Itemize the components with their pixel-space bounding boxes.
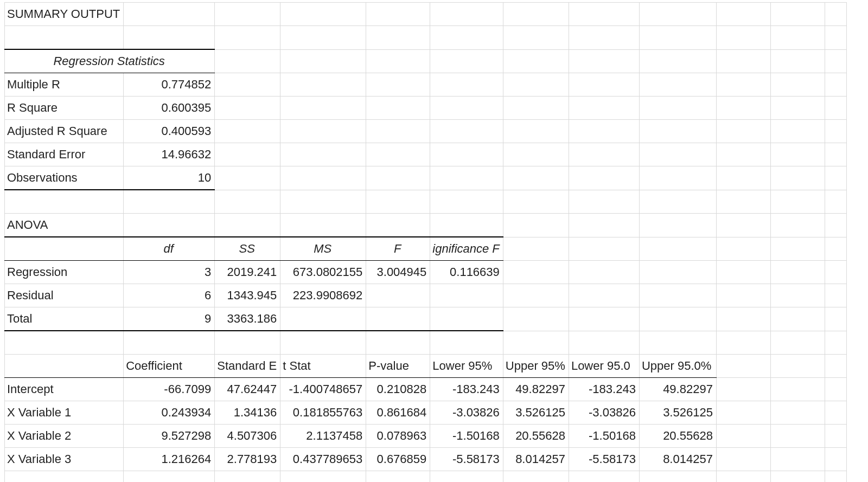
coeff-coef[interactable]: 1.216264 bbox=[124, 448, 215, 471]
cell[interactable] bbox=[825, 3, 846, 26]
coeff-u950[interactable]: 49.82297 bbox=[639, 378, 716, 401]
cell[interactable] bbox=[716, 284, 770, 307]
cell[interactable] bbox=[5, 237, 124, 261]
coeff-l95[interactable]: -1.50168 bbox=[430, 425, 503, 448]
cell[interactable] bbox=[215, 331, 280, 355]
coeff-row-label[interactable]: X Variable 1 bbox=[5, 401, 124, 425]
coeff-se[interactable]: 1.34136 bbox=[215, 401, 280, 425]
cell[interactable] bbox=[716, 261, 770, 284]
cell[interactable] bbox=[503, 214, 569, 237]
cell[interactable] bbox=[503, 284, 569, 307]
cell[interactable] bbox=[825, 401, 846, 425]
cell[interactable] bbox=[770, 355, 825, 378]
anova-header-ss[interactable]: SS bbox=[215, 237, 280, 261]
cell[interactable] bbox=[569, 331, 639, 355]
cell[interactable] bbox=[569, 97, 639, 120]
cell[interactable] bbox=[825, 26, 846, 50]
coeff-coef[interactable]: 0.243934 bbox=[124, 401, 215, 425]
anova-header-df[interactable]: df bbox=[124, 237, 215, 261]
cell[interactable] bbox=[124, 331, 215, 355]
cell[interactable] bbox=[503, 471, 569, 483]
stat-label[interactable]: R Square bbox=[5, 97, 124, 120]
coeff-header[interactable]: Coefficient bbox=[124, 355, 215, 378]
cell[interactable] bbox=[716, 26, 770, 50]
cell[interactable] bbox=[280, 166, 366, 190]
cell[interactable] bbox=[716, 237, 770, 261]
anova-ss[interactable]: 1343.945 bbox=[215, 284, 280, 307]
cell[interactable] bbox=[366, 73, 430, 97]
cell[interactable] bbox=[5, 471, 124, 483]
cell[interactable] bbox=[124, 3, 215, 26]
cell[interactable] bbox=[639, 3, 716, 26]
cell[interactable] bbox=[639, 261, 716, 284]
cell[interactable] bbox=[716, 49, 770, 73]
cell[interactable] bbox=[503, 166, 569, 190]
cell[interactable] bbox=[825, 355, 846, 378]
coeff-se[interactable]: 2.778193 bbox=[215, 448, 280, 471]
cell[interactable] bbox=[503, 307, 569, 331]
cell[interactable] bbox=[280, 143, 366, 166]
cell[interactable] bbox=[716, 97, 770, 120]
cell[interactable] bbox=[366, 331, 430, 355]
coeff-u95[interactable]: 49.82297 bbox=[503, 378, 569, 401]
coeff-row-label[interactable]: X Variable 3 bbox=[5, 448, 124, 471]
cell[interactable] bbox=[716, 378, 770, 401]
coeff-p[interactable]: 0.210828 bbox=[366, 378, 430, 401]
coeff-l950[interactable]: -5.58173 bbox=[569, 448, 639, 471]
cell[interactable] bbox=[825, 261, 846, 284]
coeff-header[interactable]: Standard E bbox=[215, 355, 280, 378]
cell[interactable] bbox=[366, 3, 430, 26]
cell[interactable] bbox=[569, 3, 639, 26]
cell[interactable] bbox=[716, 307, 770, 331]
coeff-coef[interactable]: 9.527298 bbox=[124, 425, 215, 448]
stat-label[interactable]: Adjusted R Square bbox=[5, 120, 124, 143]
cell[interactable] bbox=[770, 401, 825, 425]
anova-row-label[interactable]: Regression bbox=[5, 261, 124, 284]
cell[interactable] bbox=[716, 143, 770, 166]
cell[interactable] bbox=[503, 331, 569, 355]
cell[interactable] bbox=[569, 143, 639, 166]
cell[interactable] bbox=[569, 26, 639, 50]
cell[interactable] bbox=[770, 190, 825, 214]
regression-statistics-header[interactable]: Regression Statistics bbox=[5, 49, 215, 73]
coeff-l95[interactable]: -3.03826 bbox=[430, 401, 503, 425]
cell[interactable] bbox=[569, 214, 639, 237]
cell[interactable] bbox=[825, 120, 846, 143]
coeff-l950[interactable]: -3.03826 bbox=[569, 401, 639, 425]
cell[interactable] bbox=[430, 190, 503, 214]
cell[interactable] bbox=[366, 190, 430, 214]
coeff-coef[interactable]: -66.7099 bbox=[124, 378, 215, 401]
cell[interactable] bbox=[639, 214, 716, 237]
cell[interactable] bbox=[430, 97, 503, 120]
cell[interactable] bbox=[280, 49, 366, 73]
cell[interactable] bbox=[280, 214, 366, 237]
cell[interactable] bbox=[770, 73, 825, 97]
cell[interactable] bbox=[366, 214, 430, 237]
cell[interactable] bbox=[569, 166, 639, 190]
cell[interactable] bbox=[280, 26, 366, 50]
cell[interactable] bbox=[569, 73, 639, 97]
cell[interactable] bbox=[716, 73, 770, 97]
coeff-p[interactable]: 0.676859 bbox=[366, 448, 430, 471]
cell[interactable] bbox=[639, 166, 716, 190]
cell[interactable] bbox=[430, 214, 503, 237]
cell[interactable] bbox=[770, 120, 825, 143]
cell[interactable] bbox=[124, 471, 215, 483]
cell[interactable] bbox=[569, 237, 639, 261]
stat-value[interactable]: 10 bbox=[124, 166, 215, 190]
cell[interactable] bbox=[430, 120, 503, 143]
cell[interactable] bbox=[639, 120, 716, 143]
cell[interactable] bbox=[215, 3, 280, 26]
cell[interactable] bbox=[366, 97, 430, 120]
cell[interactable] bbox=[825, 284, 846, 307]
cell[interactable] bbox=[503, 49, 569, 73]
coeff-l950[interactable]: -183.243 bbox=[569, 378, 639, 401]
cell[interactable] bbox=[825, 331, 846, 355]
cell[interactable] bbox=[825, 190, 846, 214]
cell[interactable] bbox=[5, 26, 124, 50]
cell[interactable] bbox=[503, 190, 569, 214]
anova-df[interactable]: 9 bbox=[124, 307, 215, 331]
cell[interactable] bbox=[503, 261, 569, 284]
cell[interactable] bbox=[280, 73, 366, 97]
coeff-p[interactable]: 0.078963 bbox=[366, 425, 430, 448]
